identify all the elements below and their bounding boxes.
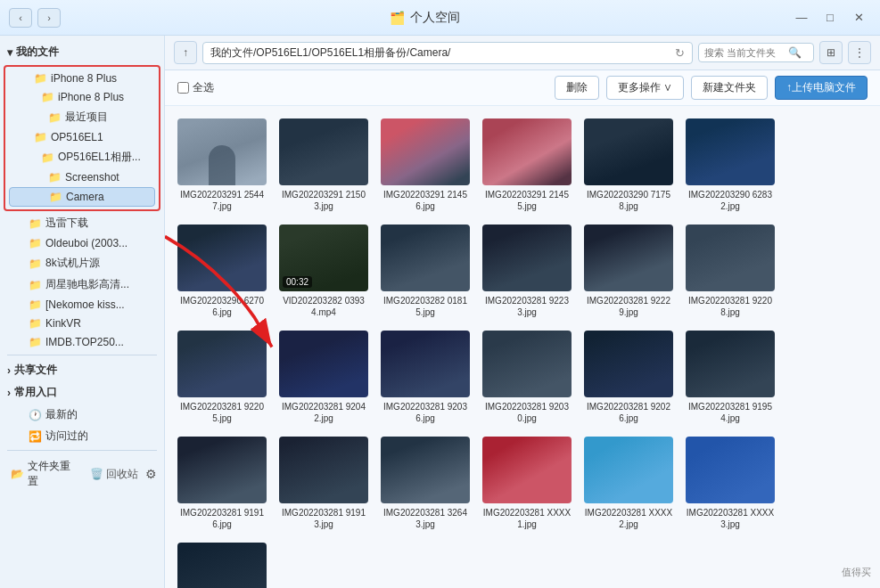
more-options-button[interactable]: ⋮	[848, 41, 871, 64]
folder-icon: 📁	[41, 151, 54, 164]
file-item[interactable]: IMG202203281 92030.jpg	[482, 331, 572, 424]
file-name: IMG202203281 91954.jpg	[686, 401, 775, 424]
sidebar-item-recent[interactable]: 📁 最近项目	[9, 107, 155, 127]
titlebar-icon: 🗂️	[390, 11, 405, 25]
titlebar-left: ‹ ›	[9, 8, 61, 28]
sidebar-item-nekomoe[interactable]: 📁 [Nekomoe kiss...	[4, 296, 160, 314]
file-name: IMG202203281 92205.jpg	[177, 401, 267, 424]
sidebar-recycle-label[interactable]: 📂 文件夹重置	[11, 459, 79, 489]
file-item[interactable]: IMG202203291 21503.jpg	[279, 118, 368, 212]
file-item[interactable]: IMG202203281 92205.jpg	[177, 331, 267, 424]
file-item[interactable]: IMG202203291 21455.jpg	[482, 118, 572, 212]
file-item[interactable]: IMG202203281 32643.jpg	[381, 437, 470, 530]
sidebar-item-op516el1[interactable]: 📁 OP516EL1	[9, 128, 155, 146]
chevron-down-icon: ▾	[7, 46, 12, 59]
file-item[interactable]: IMG202203291 25447.jpg	[177, 118, 267, 212]
close-button[interactable]: ✕	[846, 8, 871, 28]
sidebar-shared-files[interactable]: › 共享文件	[0, 359, 164, 381]
select-all-checkbox[interactable]	[177, 82, 189, 94]
file-item[interactable]: IMG202203281 92042.jpg	[279, 331, 368, 424]
nav-back-button[interactable]: ‹	[9, 8, 32, 28]
file-name: IMG202203282 01815.jpg	[381, 295, 470, 318]
sidebar-item-screenshot[interactable]: 📁 Screenshot	[9, 168, 155, 186]
sidebar-settings[interactable]: ⚙	[145, 467, 157, 481]
layout-button[interactable]: ⊞	[819, 41, 843, 64]
path-bar[interactable]: 我的文件/OP516EL1/OP516EL1相册备份/Camera/ ↻	[202, 42, 693, 64]
folder-icon: 📁	[29, 298, 42, 311]
sidebar-item-op516el1-album[interactable]: 📁 OP516EL1相册...	[9, 147, 155, 167]
file-item[interactable]: IMG202203281 92208.jpg	[686, 225, 775, 318]
folder-icon: 📁	[49, 191, 62, 203]
search-bar: 🔍	[698, 43, 814, 62]
path-text: 我的文件/OP516EL1/OP516EL1相册备份/Camera/	[210, 45, 450, 61]
folder-icon: 📁	[34, 72, 47, 85]
file-item[interactable]: IMG202203291 21456.jpg	[381, 118, 470, 212]
new-folder-button[interactable]: 新建文件夹	[691, 76, 768, 100]
file-item[interactable]: IMG202203281 XXXX3.jpg	[686, 437, 775, 530]
sidebar-divider	[7, 355, 157, 355]
upload-button[interactable]: ↑上传电脑文件	[775, 76, 868, 100]
sidebar-item-iphone8plus[interactable]: 📁 iPhone 8 Plus	[9, 69, 155, 87]
sidebar-item-camera[interactable]: 📁 Camera	[9, 187, 155, 207]
folder-icon: 📁	[48, 111, 62, 124]
folder-icon: 📁	[29, 257, 42, 270]
select-all-label: 全选	[193, 80, 214, 95]
gear-icon: ⚙	[145, 467, 157, 481]
file-item[interactable]: IMG202203281 92036.jpg	[381, 331, 470, 424]
file-item[interactable]: IMG202203281 92026.jpg	[584, 331, 673, 424]
file-item[interactable]: IMG202203290 71758.jpg	[584, 118, 673, 212]
sidebar-item-zhou[interactable]: 📁 周星驰电影高清...	[4, 274, 160, 295]
sidebar-item-iphone8plus-sub[interactable]: 📁 iPhone 8 Plus	[9, 88, 155, 106]
sidebar-item-visited[interactable]: 🔁 访问过的	[4, 426, 160, 446]
search-input[interactable]	[704, 47, 785, 58]
file-item[interactable]: IMG202203281 XXXX1.jpg	[482, 437, 572, 530]
trash-icon: 🗑️	[90, 468, 103, 480]
sidebar-trash[interactable]: 🗑️ 回收站	[90, 467, 138, 482]
file-item[interactable]: IMG202203290 62832.jpg	[686, 118, 775, 212]
sidebar-highlighted-group: 📁 iPhone 8 Plus 📁 iPhone 8 Plus 📁 最近项目 📁…	[4, 65, 160, 211]
sidebar-item-latest[interactable]: 🕐 最新的	[4, 404, 160, 425]
maximize-button[interactable]: □	[818, 8, 843, 28]
file-name: IMG202203290 71758.jpg	[584, 189, 673, 212]
search-icon[interactable]: 🔍	[788, 46, 802, 59]
titlebar: ‹ › 🗂️ 个人空间 — □ ✕	[0, 0, 880, 36]
history-icon: 🔁	[29, 430, 42, 443]
file-name: IMG202203281 91916.jpg	[177, 507, 267, 530]
file-item[interactable]: IMG202203281 91916.jpg	[177, 437, 267, 530]
content-wrapper: IMG202203291 25447.jpgIMG202203291 21503…	[165, 106, 880, 588]
sidebar-item-imdb[interactable]: 📁 IMDB.TOP250...	[4, 333, 160, 351]
folder-icon: 📁	[29, 279, 42, 291]
file-item[interactable]: IMG202203281 91913.jpg	[279, 437, 368, 530]
file-item[interactable]: IMG202203281 91954.jpg	[686, 331, 775, 424]
up-directory-button[interactable]: ↑	[174, 41, 197, 64]
file-item[interactable]: IMG202203281 XXXX4.jpg	[177, 543, 267, 588]
sidebar-item-8k[interactable]: 📁 8k试机片源	[4, 253, 160, 274]
nav-forward-button[interactable]: ›	[37, 8, 61, 28]
file-item[interactable]: IMG202203281 XXXX2.jpg	[584, 437, 673, 530]
file-item[interactable]: IMG202203282 01815.jpg	[381, 225, 470, 318]
minimize-button[interactable]: —	[789, 8, 814, 28]
file-name: IMG202203291 21456.jpg	[381, 189, 470, 212]
file-item[interactable]: 00:32VID202203282 03934.mp4	[279, 225, 368, 318]
file-name: IMG202203281 32643.jpg	[381, 507, 470, 530]
sidebar-item-kinkvr[interactable]: 📁 KinkVR	[4, 314, 160, 332]
content-area: ↑ 我的文件/OP516EL1/OP516EL1相册备份/Camera/ ↻ 🔍…	[165, 36, 880, 588]
folder-icon: 📂	[11, 468, 24, 480]
more-actions-button[interactable]: 更多操作 ∨	[606, 76, 684, 100]
main-layout: ▾ 我的文件 📁 iPhone 8 Plus 📁 iPhone 8 Plus 📁…	[0, 36, 880, 588]
file-item[interactable]: IMG202203281 92233.jpg	[482, 225, 572, 318]
file-name: IMG202203290 62832.jpg	[686, 189, 775, 212]
file-name: IMG202203291 21503.jpg	[279, 189, 368, 212]
file-name: IMG202203291 25447.jpg	[177, 189, 267, 212]
delete-button[interactable]: 删除	[555, 76, 599, 100]
sidebar-divider-2	[7, 450, 157, 451]
refresh-button[interactable]: ↻	[675, 46, 685, 60]
sidebar-item-oldeuboi[interactable]: 📁 Oldeuboi (2003...	[4, 234, 160, 252]
file-item[interactable]: IMG202203290 62706.jpg	[177, 225, 267, 318]
file-item[interactable]: IMG202203281 92229.jpg	[584, 225, 673, 318]
sidebar-quick-access[interactable]: › 常用入口	[0, 381, 164, 404]
clock-icon: 🕐	[29, 409, 42, 421]
sidebar-my-files[interactable]: ▾ 我的文件	[0, 41, 164, 63]
sidebar-item-xunlei[interactable]: 📁 迅雷下载	[4, 213, 160, 233]
file-name: IMG202203281 XXXX3.jpg	[686, 507, 775, 530]
